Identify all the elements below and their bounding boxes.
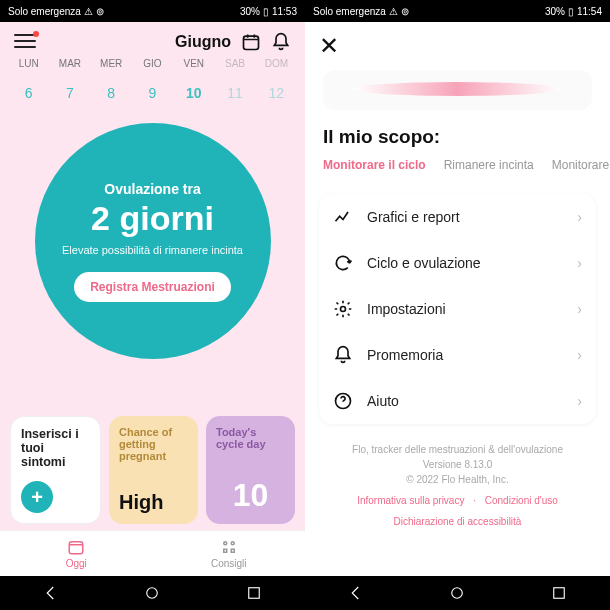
weekday: VEN — [173, 58, 214, 69]
svg-rect-0 — [244, 36, 259, 49]
menu-cycle[interactable]: Ciclo e ovulazione› — [319, 240, 596, 286]
chart-icon — [333, 207, 353, 227]
nav-advice[interactable]: Consigli — [153, 531, 306, 576]
bell-icon[interactable] — [271, 32, 291, 52]
ovulation-label: Ovulazione tra — [104, 181, 200, 197]
notification-dot — [33, 31, 39, 37]
menu-reminders[interactable]: Promemoria› — [319, 332, 596, 378]
link-privacy[interactable]: Informativa sulla privacy — [357, 495, 464, 506]
svg-rect-1 — [70, 542, 84, 554]
carrier-text: Solo emergenza — [313, 6, 386, 17]
card-value: 10 — [216, 477, 285, 514]
menu-icon[interactable] — [14, 34, 36, 50]
ovulation-value: 2 giorni — [91, 199, 214, 238]
help-icon — [333, 391, 353, 411]
card-title: Today's cycle day — [216, 426, 285, 450]
battery-text: 30% — [240, 6, 260, 17]
sim-icon: ⚠ — [84, 6, 93, 17]
cards-row: Inserisci i tuoi sintomi + Chance of get… — [0, 410, 305, 530]
tab-track-cycle[interactable]: Monitorare il ciclo — [323, 158, 426, 172]
day-cell[interactable]: 7 — [49, 85, 90, 101]
menu-settings[interactable]: Impostazioni› — [319, 286, 596, 332]
clock-text: 11:54 — [577, 6, 602, 17]
chevron-right-icon: › — [577, 209, 582, 225]
main-view-more: ✕ Il mio scopo: Monitorare il ciclo Rima… — [305, 22, 610, 576]
month-label: Giugno — [175, 33, 231, 51]
card-value: High — [119, 491, 188, 514]
weekday: SAB — [214, 58, 255, 69]
card-pregnancy-chance[interactable]: Chance of getting pregnant High — [109, 416, 198, 524]
day-cell[interactable]: 6 — [8, 85, 49, 101]
day-cell-active[interactable]: 10 — [173, 85, 214, 101]
calendar-icon[interactable] — [241, 32, 261, 52]
chevron-right-icon: › — [577, 347, 582, 363]
cycle-icon — [333, 253, 353, 273]
close-icon[interactable]: ✕ — [319, 32, 339, 59]
svg-rect-4 — [224, 549, 227, 552]
recent-icon[interactable] — [550, 584, 568, 602]
day-cell-outlined[interactable]: 12 — [256, 85, 297, 101]
wifi-icon: ⊚ — [96, 6, 104, 17]
bottom-nav: Oggi Consigli — [0, 530, 305, 576]
footer-app-name: Flo, tracker delle mestruazioni & dell'o… — [325, 442, 590, 457]
home-icon[interactable] — [143, 584, 161, 602]
svg-rect-11 — [554, 588, 565, 599]
recent-icon[interactable] — [245, 584, 263, 602]
battery-icon: ▯ — [568, 6, 574, 17]
card-title: Inserisci i tuoi sintomi — [21, 427, 90, 469]
weekday-row: LUN MAR MER GIO VEN SAB DOM — [0, 58, 305, 69]
card-symptoms[interactable]: Inserisci i tuoi sintomi + — [10, 416, 101, 524]
header: Giugno — [0, 22, 305, 58]
footer-version: Versione 8.13.0 — [325, 457, 590, 472]
card-title: Chance of getting pregnant — [119, 426, 188, 462]
chevron-right-icon: › — [577, 255, 582, 271]
calendar-small-icon — [67, 538, 85, 556]
log-period-button[interactable]: Registra Mestruazioni — [74, 272, 231, 302]
system-nav — [305, 576, 610, 610]
add-icon[interactable]: + — [21, 481, 53, 513]
screen-left: Solo emergenza⚠⊚ 30%▯11:53 Giugno LUN MA… — [0, 0, 305, 610]
footer-copyright: © 2022 Flo Health, Inc. — [325, 472, 590, 487]
weekday: LUN — [8, 58, 49, 69]
day-cell[interactable]: 9 — [132, 85, 173, 101]
ovulation-area: Ovulazione tra 2 giorni Elevate possibil… — [0, 111, 305, 410]
link-accessibility[interactable]: Dichiarazione di accessibilità — [394, 516, 522, 527]
svg-point-6 — [147, 588, 158, 599]
menu-charts[interactable]: Grafici e report› — [319, 194, 596, 240]
card-cycle-day[interactable]: Today's cycle day 10 — [206, 416, 295, 524]
svg-rect-5 — [231, 549, 234, 552]
back-icon[interactable] — [347, 584, 365, 602]
bell-small-icon — [333, 345, 353, 365]
link-terms[interactable]: Condizioni d'uso — [485, 495, 558, 506]
battery-icon: ▯ — [263, 6, 269, 17]
tab-get-pregnant[interactable]: Rimanere incinta — [444, 158, 534, 172]
weekday: GIO — [132, 58, 173, 69]
tab-more[interactable]: Monitorare — [552, 158, 609, 172]
nav-today[interactable]: Oggi — [0, 531, 153, 576]
gear-icon — [333, 299, 353, 319]
clock-text: 11:53 — [272, 6, 297, 17]
menu-help[interactable]: Aiuto› — [319, 378, 596, 424]
chevron-right-icon: › — [577, 301, 582, 317]
day-row: 6 7 8 9 10 11 12 — [0, 75, 305, 111]
day-cell[interactable]: 11 — [214, 85, 255, 101]
svg-rect-7 — [249, 588, 260, 599]
ovulation-circle: Ovulazione tra 2 giorni Elevate possibil… — [35, 123, 271, 359]
back-icon[interactable] — [42, 584, 60, 602]
main-view-today: Giugno LUN MAR MER GIO VEN SAB DOM 6 7 8… — [0, 22, 305, 576]
svg-point-10 — [452, 588, 463, 599]
sim-icon: ⚠ — [389, 6, 398, 17]
footer: Flo, tracker delle mestruazioni & dell'o… — [305, 424, 610, 535]
grid-icon — [220, 538, 238, 556]
scope-title: Il mio scopo: — [305, 110, 610, 158]
weekday: DOM — [256, 58, 297, 69]
screen-right: Solo emergenza⚠⊚ 30%▯11:54 ✕ Il mio scop… — [305, 0, 610, 610]
hero-graphic — [323, 70, 592, 110]
day-cell[interactable]: 8 — [91, 85, 132, 101]
goal-tabs: Monitorare il ciclo Rimanere incinta Mon… — [305, 158, 610, 186]
ovulation-subtitle: Elevate possibilità di rimanere incinta — [62, 244, 243, 256]
chevron-right-icon: › — [577, 393, 582, 409]
home-icon[interactable] — [448, 584, 466, 602]
battery-text: 30% — [545, 6, 565, 17]
carrier-text: Solo emergenza — [8, 6, 81, 17]
